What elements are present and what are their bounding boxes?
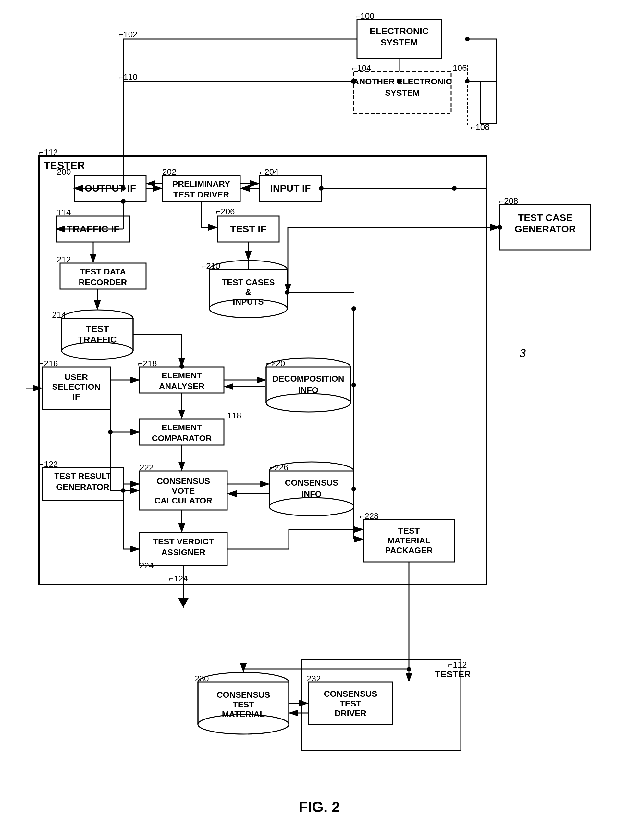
svg-text:DECOMPOSITION: DECOMPOSITION: [272, 374, 344, 384]
svg-point-102: [266, 394, 350, 412]
svg-text:INPUT IF: INPUT IF: [270, 183, 311, 194]
svg-text:USER: USER: [65, 372, 88, 382]
svg-text:230: 230: [195, 674, 209, 684]
figure-label: FIG. 2: [299, 799, 340, 815]
svg-text:⌐218: ⌐218: [138, 359, 157, 368]
svg-point-75: [498, 225, 502, 230]
svg-text:VOTE: VOTE: [172, 486, 195, 496]
svg-point-127: [269, 497, 354, 516]
svg-text:⌐204: ⌐204: [260, 167, 279, 177]
svg-point-25: [465, 37, 470, 41]
svg-text:INFO: INFO: [302, 489, 322, 499]
svg-text:ANALYSER: ANALYSER: [159, 381, 205, 391]
svg-point-197: [452, 186, 456, 191]
svg-text:PACKAGER: PACKAGER: [385, 545, 433, 555]
svg-text:GENERATOR: GENERATOR: [515, 223, 576, 234]
svg-text:DRIVER: DRIVER: [335, 708, 366, 718]
svg-text:⌐220: ⌐220: [266, 359, 285, 368]
svg-text:TEST: TEST: [398, 526, 420, 536]
svg-text:TEST: TEST: [86, 324, 109, 334]
svg-text:ASSIGNER: ASSIGNER: [161, 547, 205, 557]
svg-text:&: &: [245, 287, 251, 297]
svg-text:⌐100: ⌐100: [355, 11, 375, 21]
svg-text:⌐206: ⌐206: [216, 207, 235, 216]
svg-text:ANOTHER ELECTRONIC: ANOTHER ELECTRONIC: [353, 77, 452, 86]
svg-text:ELECTRONIC: ELECTRONIC: [370, 26, 429, 36]
svg-point-195: [407, 667, 411, 671]
svg-text:118: 118: [227, 411, 241, 420]
svg-point-160: [108, 430, 113, 434]
svg-text:GENERATOR: GENERATOR: [56, 482, 110, 492]
svg-point-61: [319, 186, 324, 191]
svg-text:TEST RESULT: TEST RESULT: [54, 471, 111, 481]
svg-text:INFO: INFO: [298, 385, 318, 395]
svg-text:⌐208: ⌐208: [499, 196, 518, 206]
svg-text:TEST VERDICT: TEST VERDICT: [153, 537, 214, 546]
svg-text:CONSENSUS: CONSENSUS: [285, 478, 339, 488]
svg-text:TESTER: TESTER: [435, 669, 471, 679]
svg-point-164: [121, 488, 126, 493]
svg-point-26: [465, 79, 470, 83]
svg-text:CONSENSUS: CONSENSUS: [324, 689, 377, 699]
svg-text:222: 222: [140, 462, 154, 472]
svg-point-83: [62, 343, 133, 359]
svg-text:TEST: TEST: [233, 700, 254, 709]
svg-text:⌐210: ⌐210: [201, 261, 220, 271]
svg-point-149: [351, 486, 356, 491]
svg-text:ELEMENT: ELEMENT: [162, 422, 202, 432]
svg-point-147: [351, 306, 356, 311]
svg-text:224: 224: [140, 561, 154, 571]
svg-text:3: 3: [519, 347, 526, 360]
svg-text:⌐110: ⌐110: [118, 72, 138, 82]
svg-text:INPUTS: INPUTS: [233, 297, 264, 307]
svg-text:214: 214: [52, 310, 66, 320]
svg-text:CALCULATOR: CALCULATOR: [154, 496, 212, 505]
svg-point-21: [397, 79, 402, 84]
svg-point-148: [351, 383, 356, 387]
svg-text:TEST DATA: TEST DATA: [80, 267, 126, 276]
svg-text:⌐228: ⌐228: [359, 511, 379, 521]
svg-text:⌐112: ⌐112: [448, 660, 467, 669]
svg-point-203: [121, 199, 126, 204]
svg-text:MATERIAL: MATERIAL: [388, 536, 431, 545]
svg-text:SYSTEM: SYSTEM: [380, 37, 418, 48]
svg-text:212: 212: [57, 255, 71, 265]
svg-text:106: 106: [453, 63, 467, 73]
svg-point-168: [180, 364, 184, 369]
svg-text:COMPARATOR: COMPARATOR: [152, 433, 212, 443]
svg-text:RECORDER: RECORDER: [79, 277, 127, 287]
svg-text:ELEMENT: ELEMENT: [162, 371, 202, 380]
svg-text:202: 202: [162, 167, 176, 177]
svg-text:MATERIAL: MATERIAL: [222, 709, 265, 719]
svg-text:CONSENSUS: CONSENSUS: [217, 690, 270, 700]
svg-text:CONSENSUS: CONSENSUS: [157, 476, 210, 486]
svg-text:SELECTION: SELECTION: [52, 382, 100, 392]
svg-text:232: 232: [307, 674, 321, 684]
svg-point-200: [121, 186, 126, 191]
svg-text:TEST DRIVER: TEST DRIVER: [173, 190, 229, 199]
svg-marker-171: [178, 598, 189, 607]
svg-text:114: 114: [57, 207, 71, 217]
svg-text:TEST IF: TEST IF: [230, 223, 266, 234]
svg-text:SYSTEM: SYSTEM: [385, 88, 420, 98]
svg-point-20: [351, 79, 356, 84]
svg-text:TEST: TEST: [340, 699, 361, 708]
svg-text:IF: IF: [72, 392, 80, 402]
diagram-container: ELECTRONIC SYSTEM ⌐100 ANOTHER ELECTRONI…: [0, 0, 639, 840]
svg-text:⌐102: ⌐102: [118, 30, 138, 39]
svg-text:TEST CASE: TEST CASE: [518, 212, 572, 223]
svg-text:⌐216: ⌐216: [39, 359, 58, 368]
svg-point-151: [285, 290, 289, 295]
svg-text:TEST CASES: TEST CASES: [222, 277, 275, 287]
svg-text:PRELIMINARY: PRELIMINARY: [172, 179, 230, 189]
svg-text:TRAFFIC: TRAFFIC: [78, 335, 117, 345]
svg-text:⌐226: ⌐226: [269, 462, 289, 472]
svg-text:⌐104: ⌐104: [352, 63, 371, 73]
svg-text:200: 200: [57, 167, 71, 177]
svg-text:⌐122: ⌐122: [39, 459, 58, 469]
svg-text:⌐124: ⌐124: [169, 574, 188, 583]
svg-text:⌐112: ⌐112: [39, 147, 58, 157]
